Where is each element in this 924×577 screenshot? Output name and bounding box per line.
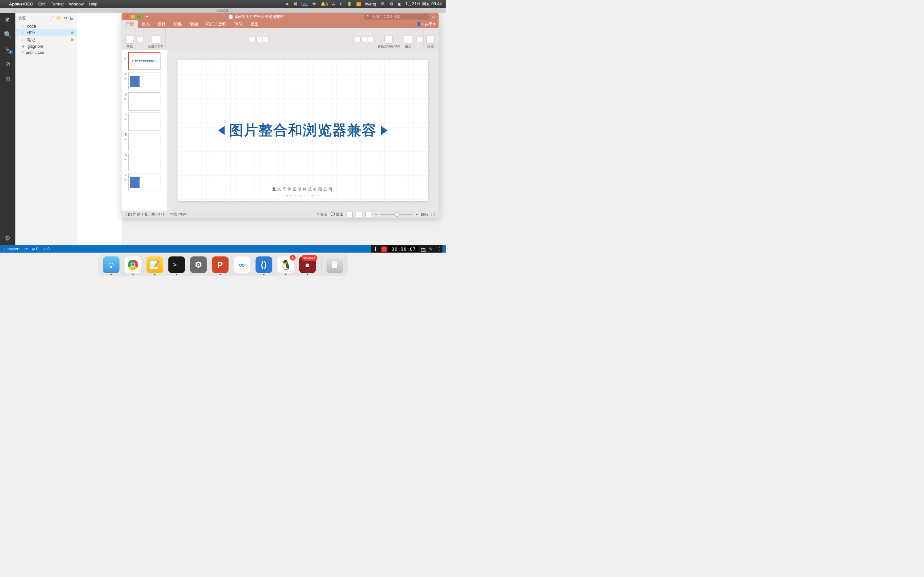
vscode-app[interactable]: ⟨⟩ xyxy=(255,256,272,273)
folder-homework[interactable]: ›作业 xyxy=(15,29,77,36)
bullets-button[interactable] xyxy=(355,36,360,42)
sorter-view-button[interactable] xyxy=(356,212,362,217)
normal-view-button[interactable] xyxy=(346,212,352,217)
fit-button[interactable]: ⛶ xyxy=(431,213,435,216)
tab-insert[interactable]: 插入 xyxy=(137,20,153,28)
new-folder-icon[interactable]: 📁 xyxy=(56,16,61,21)
baidu-app[interactable]: ∞ xyxy=(234,256,250,273)
picture-group[interactable]: 图片 xyxy=(403,29,414,49)
reading-view-button[interactable] xyxy=(365,212,372,217)
menu-format[interactable]: Format xyxy=(51,2,64,6)
arrange-button[interactable] xyxy=(417,36,422,42)
tab-review[interactable]: 审阅 xyxy=(230,20,246,28)
clock[interactable]: 1月21日 周五 09:44 xyxy=(405,1,442,7)
sync-button[interactable]: ⟳ xyxy=(24,247,27,251)
siri-icon[interactable]: ◐ xyxy=(398,2,401,6)
zoom-out-button[interactable]: − xyxy=(375,213,377,216)
tab-view[interactable]: 视图 xyxy=(246,20,262,28)
tab-home[interactable]: 开始 xyxy=(121,20,137,28)
notification-icon[interactable]: 🔔6 xyxy=(320,2,328,6)
thumbnail-4[interactable]: 4★ xyxy=(124,113,165,131)
share-button[interactable]: 👤+ 共享 ▾ xyxy=(413,20,439,28)
qat-dropdown[interactable]: ▾ xyxy=(146,15,148,19)
tab-animation[interactable]: 动画 xyxy=(186,20,202,28)
menu-help[interactable]: Help xyxy=(89,2,97,6)
feedback-icon[interactable]: ☺ xyxy=(431,15,435,19)
bold-button[interactable] xyxy=(250,36,256,42)
terminal-app[interactable]: >_ xyxy=(168,256,185,273)
menu-edit[interactable]: Edit xyxy=(38,2,45,6)
align-button[interactable] xyxy=(368,36,373,42)
file-gitignore[interactable]: ◈.gitignore xyxy=(15,43,77,49)
minimize-button[interactable] xyxy=(131,15,135,19)
new-slide-group[interactable]: 新建幻灯片 xyxy=(147,29,166,49)
refresh-icon[interactable]: ↻ xyxy=(64,16,67,21)
notes-app[interactable]: 📝 xyxy=(146,256,163,273)
battery-icon[interactable]: 🔋 xyxy=(347,2,352,6)
stop-button[interactable] xyxy=(381,247,387,251)
slide-thumbnails[interactable]: 1★▶ 图片整合和浏览器兼容 ◀ 2★ 3★ 4★ 5★ 6★ 7★ xyxy=(121,50,167,211)
draw-group[interactable]: 绘图 xyxy=(425,29,436,49)
search-icon[interactable]: 🔍 xyxy=(3,30,12,39)
file-public-css[interactable]: #public.css xyxy=(15,49,77,55)
expand-icon[interactable]: ⛶ xyxy=(435,247,440,251)
sync-icon[interactable]: ⌘ xyxy=(293,2,297,6)
git-branch[interactable]: ⑂ master* xyxy=(3,247,20,251)
debug-icon[interactable]: ⊘ xyxy=(3,60,12,69)
folder-notes[interactable]: ›笔记 xyxy=(15,36,77,43)
underline-button[interactable] xyxy=(263,36,268,42)
slide-content[interactable]: 图片整合和浏览器兼容 北京千锋互联科技有限公司 Qian Feng Educat… xyxy=(178,60,428,201)
italic-button[interactable] xyxy=(256,36,262,42)
tab-transitions[interactable]: 切换 xyxy=(170,20,186,28)
location-icon[interactable]: ➤ xyxy=(286,2,289,6)
finder-app[interactable]: ☺ xyxy=(103,256,120,273)
tab-slideshow[interactable]: 幻灯片放映 xyxy=(202,20,230,28)
settings-icon[interactable]: ⚙ xyxy=(5,234,11,242)
new-file-icon[interactable]: 📄 xyxy=(48,16,53,21)
smartart-group[interactable]: 转换为SmartArt xyxy=(376,29,401,49)
extensions-icon[interactable]: ⊞ xyxy=(3,74,12,83)
binoculars-icon[interactable]: 👁 xyxy=(312,2,317,6)
numbering-button[interactable] xyxy=(361,36,367,42)
menu-window[interactable]: Window xyxy=(69,2,84,6)
pause-button[interactable]: ⏸ xyxy=(374,247,379,251)
zoom-level[interactable]: 86% xyxy=(421,213,428,216)
folder-code[interactable]: ›code xyxy=(15,23,77,29)
username[interactable]: liyang xyxy=(365,2,376,6)
thumbnail-5[interactable]: 5★ xyxy=(124,133,165,151)
control-center-icon[interactable]: ⚙ xyxy=(390,2,394,6)
powerpoint-app[interactable]: P xyxy=(212,256,228,273)
recorder-app[interactable]: ●00:00:07 xyxy=(299,256,316,273)
vb-indicator[interactable]: VB xyxy=(302,2,308,6)
warnings-count[interactable]: ⚠ 0 xyxy=(43,247,50,251)
comments-button[interactable]: 💬 批注 xyxy=(330,212,343,217)
spotlight-icon[interactable]: 🔍 xyxy=(381,2,386,6)
source-control-icon[interactable]: ⑂ xyxy=(3,45,12,54)
zoom-slider[interactable] xyxy=(381,214,413,215)
search-box[interactable]: 🔍 在演示文稿中搜索 xyxy=(365,14,429,19)
editor-tab[interactable]: sh2201 xyxy=(217,8,228,12)
errors-count[interactable]: ⊗ 0 xyxy=(32,247,39,251)
paste-group[interactable]: 粘贴 xyxy=(124,29,136,49)
thumbnail-7[interactable]: 7★ xyxy=(124,173,165,191)
thumbnail-2[interactable]: 2★ xyxy=(124,72,165,90)
slide-canvas[interactable]: 图片整合和浏览器兼容 北京千锋互联科技有限公司 Qian Feng Educat… xyxy=(167,50,439,211)
language-indicator[interactable]: 中文 (简体) xyxy=(170,212,188,217)
tab-design[interactable]: 设计 xyxy=(153,20,170,28)
notes-button[interactable]: ≡ 备注 xyxy=(317,212,327,217)
settings-app[interactable]: ⚙ xyxy=(190,256,207,273)
input-method-icon[interactable]: A xyxy=(332,2,335,6)
bluetooth-icon[interactable]: ⚹ xyxy=(339,1,342,6)
thumbnail-1[interactable]: 1★▶ 图片整合和浏览器兼容 ◀ xyxy=(124,52,165,70)
zoom-in-button[interactable]: + xyxy=(416,213,418,216)
qq-app[interactable]: 🐧6 xyxy=(277,256,294,273)
camera-icon[interactable]: 📷 xyxy=(421,247,426,251)
thumbnail-3[interactable]: 3★ xyxy=(124,92,165,111)
app-name[interactable]: ApowerREC xyxy=(9,2,33,6)
explorer-icon[interactable]: 🗎 xyxy=(3,15,12,24)
wifi-icon[interactable]: 📶 xyxy=(356,2,361,6)
slide-counter[interactable]: 幻灯片 第 1 张，共 13 张 xyxy=(126,212,165,217)
thumbnail-6[interactable]: 6★ xyxy=(124,153,165,171)
pen-icon[interactable]: ✎ xyxy=(429,247,433,251)
chrome-app[interactable] xyxy=(124,256,141,273)
